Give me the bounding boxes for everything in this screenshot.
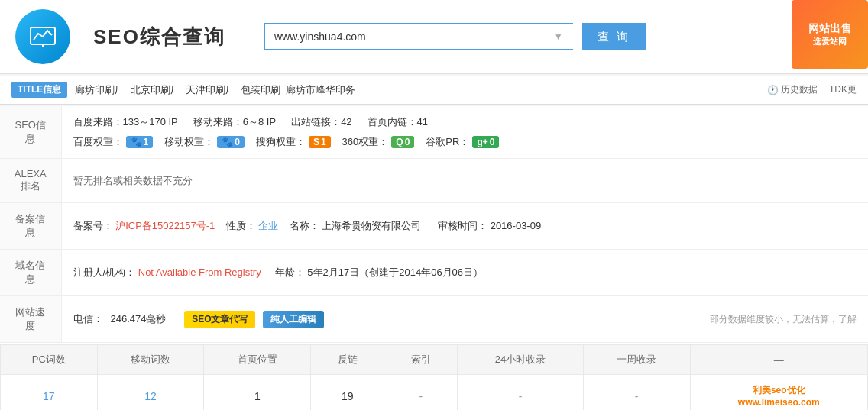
stats-24h-val: - bbox=[458, 375, 583, 411]
mobile-weight-item: 移动权重： 🐾 0 bbox=[164, 135, 245, 149]
beian-nature-label: 性质： bbox=[226, 220, 256, 231]
speed-label-cell: 网站速度 bbox=[0, 296, 61, 343]
site-title: SEO综合查询 bbox=[93, 24, 225, 50]
stats-pc-val: 17 bbox=[1, 375, 98, 411]
stats-header-backlinks: 反链 bbox=[311, 345, 384, 375]
alexa-label-cell: ALEXA排名 bbox=[0, 159, 61, 203]
mobile-weight-label: 移动权重： bbox=[164, 135, 214, 149]
w360-badge: Q 0 bbox=[391, 136, 414, 148]
stats-index-val: - bbox=[384, 375, 458, 411]
sougou-weight-label: 搜狗权重： bbox=[256, 135, 306, 149]
speed-row: 网站速度 电信： 246.474毫秒 SEO文章代写 纯人工编辑 部分数据维度较… bbox=[0, 296, 868, 343]
seo-info-row: SEO信息 百度来路：133～170 IP 移动来路：6～8 IP 出站链接：4… bbox=[0, 106, 868, 159]
stats-header-extra: — bbox=[690, 345, 867, 375]
logo-icon bbox=[28, 21, 58, 52]
search-button[interactable]: 查 询 bbox=[582, 23, 646, 50]
stats-mobile-val: 12 bbox=[97, 375, 204, 411]
mobile-weight-val: 0 bbox=[235, 137, 240, 147]
domain-row: 域名信息 注册人/机构： Not Available From Registry… bbox=[0, 250, 868, 296]
mobile-traffic: 移动来路：6～8 IP bbox=[193, 115, 276, 129]
stats-header-mobile: 移动词数 bbox=[97, 345, 204, 375]
beian-icp-label: 备案号： bbox=[73, 220, 113, 231]
age-label: 年龄： bbox=[275, 266, 305, 278]
baidu-traffic: 百度来路：133～170 IP bbox=[73, 115, 178, 129]
w360-label: 360权重： bbox=[342, 135, 389, 149]
mobile-weight-badge: 🐾 0 bbox=[217, 136, 245, 148]
beian-audit-label: 审核时间： bbox=[438, 220, 487, 231]
outbound-links: 出站链接：42 bbox=[291, 115, 351, 129]
paw-icon: 🐾 bbox=[131, 137, 142, 147]
beian-nature-link[interactable]: 企业 bbox=[258, 220, 278, 231]
homepage-links: 首页内链：41 bbox=[368, 115, 428, 129]
main-content: SEO信息 百度来路：133～170 IP 移动来路：6～8 IP 出站链接：4… bbox=[0, 106, 868, 410]
stats-header-index: 索引 bbox=[384, 345, 458, 375]
stats-header-homepage: 首页位置 bbox=[204, 345, 311, 375]
registrar-label: 注册人/机构： bbox=[73, 266, 136, 278]
logo bbox=[15, 9, 70, 64]
beian-row: 备案信息 备案号： 沪ICP备15022157号-1 性质： 企业 名称： 上海… bbox=[0, 203, 868, 250]
domain-label-cell: 域名信息 bbox=[0, 250, 61, 296]
title-text: 廊坊印刷厂_北京印刷厂_天津印刷厂_包装印刷_廊坊市峰华印务 bbox=[75, 83, 760, 97]
registry-value: Not Available From Registry bbox=[138, 266, 261, 278]
w360-val: 0 bbox=[405, 137, 410, 147]
beian-content-cell: 备案号： 沪ICP备15022157号-1 性质： 企业 名称： 上海希贵物资有… bbox=[61, 203, 868, 250]
sougou-weight-item: 搜狗权重： S 1 bbox=[256, 135, 331, 149]
baidu-weight-val: 1 bbox=[144, 137, 149, 147]
google-pr-item: 谷歌PR： g+ 0 bbox=[426, 135, 499, 149]
alexa-content-cell: 暂无排名或相关数据不充分 bbox=[61, 159, 868, 203]
seo-promo1-btn[interactable]: SEO文章代写 bbox=[184, 311, 255, 328]
mobile-paw-icon: 🐾 bbox=[222, 137, 233, 147]
stats-week-val: - bbox=[583, 375, 690, 411]
history-data-btn[interactable]: 🕐 历史数据 bbox=[767, 83, 818, 96]
stats-table: PC词数 移动词数 首页位置 反链 索引 24小时收录 一周收录 — 17 12… bbox=[0, 344, 868, 410]
header: SEO综合查询 ▼ 查 询 网站出售 选爱站网 bbox=[0, 0, 868, 74]
stats-backlinks-val: 19 bbox=[311, 375, 384, 411]
beian-name-label: 名称： bbox=[290, 220, 319, 231]
history-icon: 🕐 bbox=[767, 85, 779, 95]
google-pr-badge: g+ 0 bbox=[472, 136, 499, 148]
seo-label-cell: SEO信息 bbox=[0, 106, 61, 159]
limeiseo-line2: www.limeiseo.com bbox=[738, 397, 820, 408]
age-val: 5年2月17日（创建于2014年06月06日） bbox=[307, 266, 483, 278]
stats-header-pc: PC词数 bbox=[1, 345, 98, 375]
alexa-text: 暂无排名或相关数据不充分 bbox=[73, 175, 193, 186]
telecom-val: 246.474毫秒 bbox=[111, 312, 167, 326]
seo-promo2-btn[interactable]: 纯人工编辑 bbox=[263, 311, 324, 328]
stats-limeiseo-cell: 利美seo优化 www.limeiseo.com bbox=[690, 375, 867, 411]
speed-content-cell: 电信： 246.474毫秒 SEO文章代写 纯人工编辑 部分数据维度较小，无法估… bbox=[61, 296, 868, 343]
limeiseo-badge: 利美seo优化 www.limeiseo.com bbox=[702, 384, 856, 408]
ad-banner: 网站出售 选爱站网 bbox=[792, 0, 868, 69]
stats-header-24h: 24小时收录 bbox=[458, 345, 583, 375]
domain-content-cell: 注册人/机构： Not Available From Registry 年龄： … bbox=[61, 250, 868, 296]
speed-note: 部分数据维度较小，无法估算，了解 bbox=[710, 313, 857, 326]
w360-weight-item: 360权重： Q 0 bbox=[342, 135, 415, 149]
beian-name-val: 上海希贵物资有限公司 bbox=[322, 220, 421, 231]
title-bar: TITLE信息 廊坊印刷厂_北京印刷厂_天津印刷厂_包装印刷_廊坊市峰华印务 🕐… bbox=[0, 76, 868, 105]
search-input[interactable] bbox=[264, 23, 573, 50]
google-pr-label: 谷歌PR： bbox=[426, 135, 469, 149]
beian-audit-date: 2016-03-09 bbox=[491, 220, 542, 231]
beian-icp-link[interactable]: 沪ICP备15022157号-1 bbox=[115, 220, 215, 231]
stats-homepage-val: 1 bbox=[204, 375, 311, 411]
sougou-weight-val: 1 bbox=[321, 137, 326, 147]
info-table: SEO信息 百度来路：133～170 IP 移动来路：6～8 IP 出站链接：4… bbox=[0, 106, 868, 343]
stats-header-week: 一周收录 bbox=[583, 345, 690, 375]
title-actions: 🕐 历史数据 TDK更 bbox=[767, 83, 857, 96]
search-area: ▼ 查 询 bbox=[264, 23, 646, 50]
baidu-weight-item: 百度权重： 🐾 1 bbox=[73, 135, 154, 149]
limeiseo-line1: 利美seo优化 bbox=[753, 384, 805, 397]
baidu-weight-label: 百度权重： bbox=[73, 135, 123, 149]
stats-data-row: 17 12 1 19 - - - 利美seo优化 www.limeiseo.co… bbox=[1, 375, 868, 411]
google-pr-val: 0 bbox=[490, 137, 495, 147]
baidu-weight-badge: 🐾 1 bbox=[126, 136, 154, 148]
beian-label-cell: 备案信息 bbox=[0, 203, 61, 250]
alexa-row: ALEXA排名 暂无排名或相关数据不充分 bbox=[0, 159, 868, 203]
seo-content-cell: 百度来路：133～170 IP 移动来路：6～8 IP 出站链接：42 首页内链… bbox=[61, 106, 868, 159]
stats-header-row: PC词数 移动词数 首页位置 反链 索引 24小时收录 一周收录 — bbox=[1, 345, 868, 375]
tdk-btn[interactable]: TDK更 bbox=[829, 83, 857, 96]
telecom-label: 电信： bbox=[73, 312, 103, 326]
sougou-weight-badge: S 1 bbox=[309, 136, 331, 148]
title-badge: TITLE信息 bbox=[11, 82, 67, 98]
